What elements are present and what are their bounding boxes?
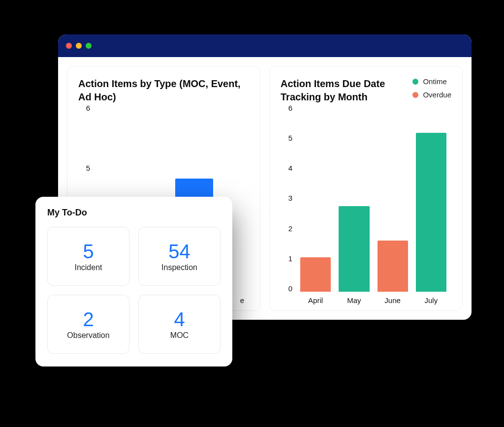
card-my-todo: My To-Do 5Incident54Inspection2Observati… — [35, 197, 232, 366]
chart-legend: OntimeOverdue — [412, 77, 451, 99]
x-tick: May — [339, 296, 369, 305]
card-title: Action Items by Type (MOC, Event, Ad Hoc… — [78, 77, 249, 104]
todo-tile[interactable]: 54Inspection — [138, 227, 220, 286]
chart-bar — [300, 257, 331, 292]
chart-bar — [339, 206, 369, 292]
todo-count: 54 — [168, 241, 190, 262]
todo-grid: 5Incident54Inspection2Observation4MOC — [47, 227, 220, 354]
todo-tile[interactable]: 4MOC — [138, 295, 220, 354]
x-axis-labels: AprilMayJuneJuly — [292, 292, 451, 305]
todo-tile[interactable]: 5Incident — [47, 227, 129, 286]
todo-label: MOC — [170, 331, 189, 340]
todo-count: 2 — [83, 308, 94, 330]
chart-right: 0123456 AprilMayJuneJuly — [281, 112, 451, 305]
x-tick: June — [378, 296, 408, 305]
y-axis-ticks: 0123456 — [281, 112, 292, 292]
legend-label: Overdue — [423, 91, 451, 99]
legend-item: Ontime — [412, 77, 451, 86]
x-tick: July — [416, 296, 446, 305]
x-tick: April — [300, 296, 331, 305]
legend-label: Ontime — [423, 77, 446, 86]
chart-bar — [416, 133, 446, 292]
x-tick-fragment: e — [240, 296, 244, 305]
legend-item: Overdue — [412, 91, 451, 99]
card-due-date-tracking: Action Items Due Date Tracking by Month … — [269, 66, 463, 311]
legend-swatch-icon — [412, 92, 418, 98]
window-close-icon[interactable] — [66, 43, 72, 49]
card-title: Action Items Due Date Tracking by Month — [281, 77, 394, 104]
plot-area — [292, 112, 451, 292]
todo-tile[interactable]: 2Observation — [47, 295, 129, 354]
todo-label: Observation — [67, 331, 109, 340]
card-title: My To-Do — [47, 208, 220, 218]
todo-label: Incident — [74, 263, 102, 272]
todo-count: 5 — [83, 241, 94, 262]
window-maximize-icon[interactable] — [86, 43, 92, 49]
todo-count: 4 — [174, 308, 185, 330]
chart-bar — [378, 241, 408, 292]
window-minimize-icon[interactable] — [76, 43, 82, 49]
todo-label: Inspection — [161, 263, 197, 272]
legend-swatch-icon — [412, 79, 418, 85]
titlebar — [58, 34, 472, 57]
